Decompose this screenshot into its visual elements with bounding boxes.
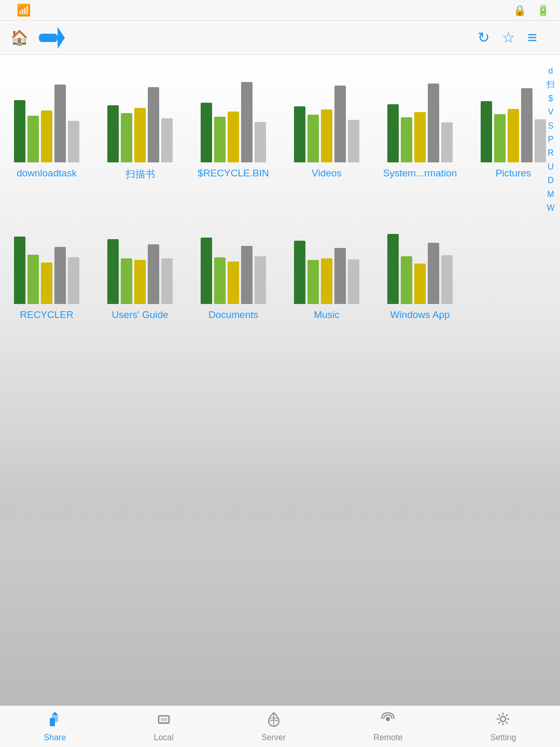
gradient-overlay	[0, 446, 560, 706]
setting-icon	[495, 711, 511, 731]
tab-share[interactable]: Share	[44, 711, 66, 742]
tab-label: Server	[261, 733, 286, 742]
folder-label: 扫描书	[125, 168, 155, 181]
index-letter[interactable]: U	[548, 161, 554, 173]
folder-label: Music	[314, 309, 340, 321]
folder-row-2: RECYCLERUsers' GuideDocumentsMusicWindow…	[0, 197, 560, 330]
status-bar: 📶 🔒 🔋	[0, 0, 560, 21]
filter-icon[interactable]: ≡	[527, 28, 537, 47]
folder-label: Users' Guide	[111, 309, 168, 321]
main-content: downloadtask扫描书$RECYCLE.BINVideosSystem.…	[0, 55, 560, 706]
nav-bar: 🏠 ↻ ☆ ≡	[0, 21, 560, 55]
folder-row-1: downloadtask扫描书$RECYCLE.BINVideosSystem.…	[0, 55, 560, 190]
tab-setting[interactable]: Setting	[491, 711, 516, 742]
folder-item[interactable]: Videos	[280, 60, 373, 185]
star-icon[interactable]: ☆	[502, 29, 515, 46]
folder-label: $RECYCLE.BIN	[198, 168, 269, 179]
svg-rect-5	[160, 722, 168, 724]
folder-label: RECYCLER	[20, 309, 73, 321]
tab-local[interactable]: Local	[154, 711, 174, 742]
server-icon	[265, 711, 282, 731]
status-left: 📶	[10, 4, 31, 17]
refresh-icon[interactable]: ↻	[478, 29, 489, 46]
svg-point-8	[500, 716, 506, 722]
share-icon	[47, 711, 63, 731]
tab-remote[interactable]: Remote	[373, 711, 402, 742]
home-icon[interactable]: 🏠	[10, 29, 29, 46]
tab-label: Remote	[373, 733, 402, 742]
folder-item[interactable]: Users' Guide	[93, 202, 187, 325]
svg-point-7	[386, 717, 390, 721]
tab-bar: ShareLocalServerRemoteSetting	[0, 706, 560, 747]
folder-item[interactable]: Music	[280, 202, 373, 325]
svg-marker-2	[52, 712, 58, 715]
local-icon	[156, 711, 172, 731]
index-letter[interactable]: P	[548, 134, 554, 145]
index-letter[interactable]: V	[548, 106, 554, 118]
folder-item[interactable]: $RECYCLE.BIN	[187, 60, 280, 185]
folder-item[interactable]: System...rmation	[373, 60, 467, 185]
folder-label: Pictures	[496, 168, 531, 179]
tab-label: Setting	[491, 733, 516, 742]
folder-item[interactable]: Documents	[187, 202, 280, 325]
nav-left: 🏠	[10, 29, 58, 46]
status-right: 🔒 🔋	[513, 4, 550, 17]
tab-label: Local	[154, 733, 174, 742]
index-letter[interactable]: R	[548, 147, 554, 159]
remote-icon	[380, 711, 396, 731]
index-letter[interactable]: d	[549, 65, 553, 77]
wifi-icon: 📶	[17, 4, 31, 17]
index-letter[interactable]: S	[548, 120, 554, 132]
svg-rect-4	[161, 718, 167, 721]
folder-item[interactable]: downloadtask	[0, 60, 93, 185]
lock-icon: 🔒	[513, 4, 526, 17]
folder-item[interactable]: Windows App	[373, 202, 467, 325]
nav-right: ↻ ☆ ≡	[478, 28, 550, 47]
index-letter[interactable]: M	[547, 189, 554, 200]
index-letter[interactable]: $	[549, 93, 553, 104]
breadcrumb-current[interactable]	[39, 34, 58, 42]
index-letter[interactable]: 扫	[547, 79, 555, 90]
index-letter[interactable]: D	[548, 175, 554, 186]
folder-item[interactable]: 扫描书	[93, 60, 187, 185]
index-sidebar[interactable]: d扫$VSPRUDMW	[541, 55, 560, 366]
folder-label: Documents	[208, 309, 258, 321]
folder-item[interactable]: RECYCLER	[0, 202, 93, 325]
tab-label: Share	[44, 733, 66, 742]
index-letter[interactable]: W	[547, 202, 554, 214]
folder-label: System...rmation	[383, 168, 457, 179]
svg-rect-1	[52, 715, 58, 722]
tab-server[interactable]: Server	[261, 711, 286, 742]
folder-label: Videos	[312, 168, 342, 179]
battery-icon: 🔋	[537, 4, 550, 17]
folder-label: Windows App	[390, 309, 450, 321]
folder-label: downloadtask	[17, 168, 77, 179]
